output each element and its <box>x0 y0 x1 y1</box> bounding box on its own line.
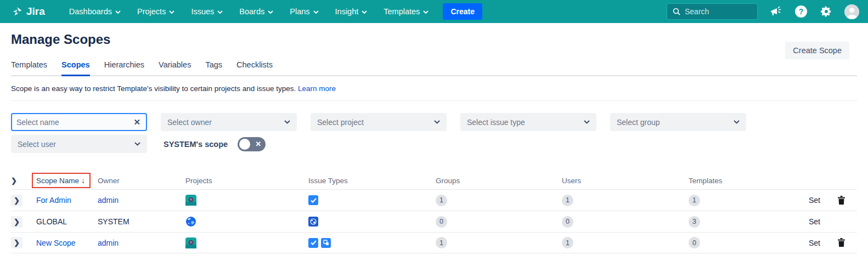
column-issue-types: Issue Types <box>308 177 436 185</box>
task-issue-type-icon <box>308 195 318 205</box>
nav-projects[interactable]: Projects <box>137 7 174 16</box>
chevron-down-icon <box>734 120 740 124</box>
set-link[interactable]: Set <box>809 217 820 226</box>
project-avatar-icon <box>185 237 196 248</box>
chevron-down-icon <box>434 120 440 124</box>
scope-name-link[interactable]: For Admin <box>36 196 71 205</box>
table-row: ❯ GLOBAL SYSTEM 0 0 3 Set <box>11 211 857 232</box>
column-scope-name[interactable]: Scope Name ↓ <box>36 173 98 188</box>
top-navigation: Jira Dashboards Projects Issues Boards P… <box>0 0 868 23</box>
project-avatar-icon <box>185 195 196 206</box>
tab-hierarchies[interactable]: Hierarchies <box>104 60 144 76</box>
tab-tags[interactable]: Tags <box>205 60 222 76</box>
learn-more-link[interactable]: Learn more <box>298 84 336 93</box>
user-avatar[interactable] <box>844 4 859 19</box>
select-issue-type-dropdown[interactable]: Select issue type <box>460 113 596 131</box>
nav-insight[interactable]: Insight <box>335 7 368 16</box>
users-count-badge: 1 <box>562 195 573 206</box>
expand-all-chevron[interactable]: ❯ <box>11 177 17 185</box>
delete-trash-icon[interactable] <box>837 196 846 205</box>
select-user-dropdown[interactable]: Select user <box>11 135 147 153</box>
column-users: Users <box>562 177 689 185</box>
toggle-knob <box>239 139 250 150</box>
owner-link[interactable]: admin <box>98 196 119 205</box>
filters-section: ✕ Select owner Select project Select iss… <box>11 113 857 153</box>
nav-templates[interactable]: Templates <box>384 7 429 16</box>
create-button[interactable]: Create <box>443 3 482 20</box>
filter-row-2: Select user SYSTEM's scope ✕ <box>11 135 857 153</box>
tab-scopes[interactable]: Scopes <box>61 60 90 76</box>
help-icon[interactable]: ? <box>794 4 808 19</box>
annotation-highlight-box: Scope Name ↓ <box>32 173 91 188</box>
column-templates: Templates <box>689 177 809 185</box>
chevron-down-icon <box>217 10 223 14</box>
announcement-icon[interactable] <box>769 4 783 19</box>
templates-count-badge: 1 <box>689 195 700 206</box>
table-row: ❯ For Admin admin 1 1 1 Set <box>11 189 857 211</box>
row-expand-chevron[interactable]: ❯ <box>11 216 22 228</box>
users-count-badge: 0 <box>562 216 573 228</box>
tabs-bar: Templates Scopes Hierarchies Variables T… <box>11 60 857 76</box>
set-link[interactable]: Set <box>809 196 820 205</box>
groups-count-badge: 1 <box>436 195 447 206</box>
groups-count-badge: 1 <box>436 237 447 248</box>
select-name-input[interactable] <box>16 118 133 127</box>
nav-issues[interactable]: Issues <box>191 7 223 16</box>
task-issue-type-icon <box>308 238 318 248</box>
scopes-table: ❯ Scope Name ↓ Owner Projects Issue Type… <box>11 172 857 253</box>
page-title: Manage Scopes <box>11 32 857 47</box>
search-box[interactable] <box>667 3 758 20</box>
nav-boards[interactable]: Boards <box>239 7 273 16</box>
chevron-down-icon <box>134 142 140 146</box>
select-group-dropdown[interactable]: Select group <box>610 113 746 131</box>
filter-row-1: ✕ Select owner Select project Select iss… <box>11 113 857 131</box>
global-issue-type-icon <box>308 217 318 227</box>
nav-dashboards[interactable]: Dashboards <box>69 7 121 16</box>
chevron-down-icon <box>313 10 319 14</box>
system-scope-filter: SYSTEM's scope ✕ <box>164 137 266 151</box>
subtask-issue-type-icon <box>321 238 331 248</box>
table-row: ❯ New Scope admin 1 1 0 Set <box>11 232 857 253</box>
tab-checklists[interactable]: Checklists <box>236 60 273 76</box>
chevron-down-icon <box>423 10 429 14</box>
select-name-field: ✕ <box>11 113 147 131</box>
owner-link[interactable]: admin <box>98 239 119 247</box>
select-owner-dropdown[interactable]: Select owner <box>161 113 297 131</box>
chevron-down-icon <box>169 10 174 14</box>
jira-logo[interactable]: Jira <box>11 5 45 18</box>
select-project-dropdown[interactable]: Select project <box>311 113 447 131</box>
system-scope-toggle[interactable]: ✕ <box>238 137 266 151</box>
search-input[interactable] <box>685 7 745 16</box>
row-expand-chevron[interactable]: ❯ <box>11 237 22 248</box>
column-owner[interactable]: Owner <box>98 177 185 185</box>
templates-count-badge: 3 <box>689 216 700 228</box>
table-header-row: ❯ Scope Name ↓ Owner Projects Issue Type… <box>11 172 857 189</box>
create-scope-button[interactable]: Create Scope <box>785 42 849 59</box>
row-expand-chevron[interactable]: ❯ <box>11 195 22 206</box>
chevron-down-icon <box>268 10 273 14</box>
page-content: Manage Scopes Templates Scopes Hierarchi… <box>0 23 868 253</box>
toggle-off-icon: ✕ <box>255 140 261 148</box>
clear-icon[interactable]: ✕ <box>133 118 140 126</box>
jira-logo-icon <box>11 5 23 18</box>
owner-text: SYSTEM <box>98 217 129 226</box>
search-icon <box>673 8 680 15</box>
nav-plans[interactable]: Plans <box>290 7 318 16</box>
tab-templates[interactable]: Templates <box>11 60 47 76</box>
scope-description: Scope is an easy way to restrict Templat… <box>11 76 857 101</box>
scope-name-link[interactable]: New Scope <box>36 239 76 247</box>
set-link[interactable]: Set <box>809 239 820 247</box>
sort-descending-icon: ↓ <box>81 176 85 185</box>
delete-trash-icon[interactable] <box>837 238 846 247</box>
chevron-down-icon <box>362 10 367 14</box>
column-projects: Projects <box>185 177 308 185</box>
groups-count-badge: 0 <box>436 216 447 228</box>
settings-gear-icon[interactable] <box>819 4 833 19</box>
column-groups: Groups <box>436 177 562 185</box>
chevron-down-icon <box>584 120 590 124</box>
tab-variables[interactable]: Variables <box>159 60 191 76</box>
users-count-badge: 1 <box>562 237 573 248</box>
svg-text:?: ? <box>799 7 804 16</box>
system-scope-label: SYSTEM's scope <box>164 140 228 149</box>
scope-name-text: GLOBAL <box>36 217 67 226</box>
